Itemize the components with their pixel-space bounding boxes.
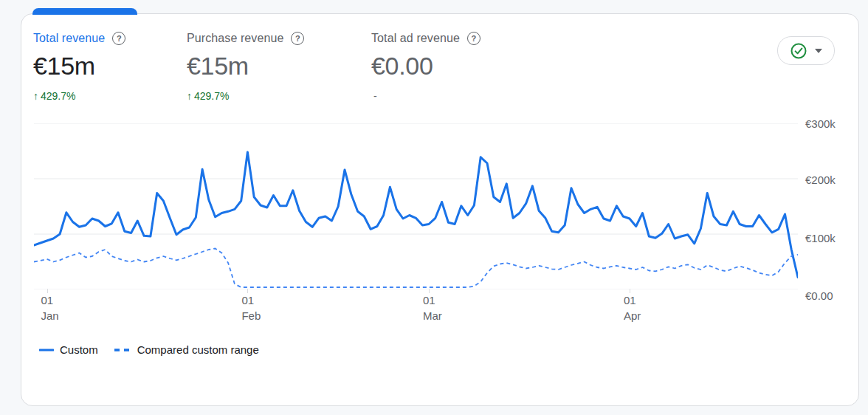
y-axis-label: €100k [805,232,836,244]
x-axis-label: 01Feb [241,292,261,323]
up-arrow-icon: ↑ [33,90,38,102]
metric-delta: - [371,90,480,102]
help-icon[interactable]: ? [467,32,480,45]
x-axis: 01Jan01Feb01Mar01Apr [34,290,798,324]
metric-value: €15m [33,52,125,80]
metric-label: Total ad revenue [371,32,460,45]
y-axis: €300k€200k€100k€0.00 [805,123,857,289]
caret-down-icon [815,49,822,53]
x-axis-label: 01Apr [624,292,641,323]
help-icon[interactable]: ? [112,32,125,45]
metric-value: €0.00 [371,52,480,80]
metric-total-revenue[interactable]: Total revenue ? €15m ↑ 429.7% [33,32,125,102]
legend-item-custom: Custom [39,343,98,356]
active-tab-indicator [32,8,137,15]
metric-total-ad-revenue[interactable]: Total ad revenue ? €0.00 - [371,32,480,102]
x-axis-label: 01Mar [423,292,442,323]
legend-label: Compared custom range [137,343,259,356]
metric-label: Total revenue [33,32,105,45]
delta-value: 429.7% [194,90,229,102]
metric-value: €15m [187,52,304,80]
metric-delta: ↑ 429.7% [187,90,304,102]
up-arrow-icon: ↑ [187,90,192,102]
revenue-overview-card: Total revenue ? €15m ↑ 429.7% Purchase r… [21,13,859,406]
legend-label: Custom [60,343,98,356]
chart-options-button[interactable] [777,36,835,65]
chart-legend: Custom Compared custom range [39,343,259,356]
help-icon[interactable]: ? [291,32,304,45]
solid-line-swatch-icon [39,349,54,351]
x-axis-label: 01Jan [41,292,59,323]
delta-value: 429.7% [41,90,75,102]
metric-delta: ↑ 429.7% [33,90,125,102]
y-axis-label: €0.00 [805,289,833,302]
metric-label: Purchase revenue [187,32,283,45]
y-axis-label: €300k [805,117,836,130]
chart-svg [34,123,798,289]
revenue-chart[interactable] [34,123,798,289]
legend-item-compared-custom-range: Compared custom range [114,343,259,356]
series-line-solid [34,152,798,278]
dashed-line-swatch-icon [114,349,131,351]
series-line-dashed [34,249,798,288]
check-circle-icon [790,42,807,60]
metric-purchase-revenue[interactable]: Purchase revenue ? €15m ↑ 429.7% [187,32,304,102]
page-background: Total revenue ? €15m ↑ 429.7% Purchase r… [0,0,868,415]
delta-value: - [373,90,377,102]
y-axis-label: €200k [805,174,836,186]
